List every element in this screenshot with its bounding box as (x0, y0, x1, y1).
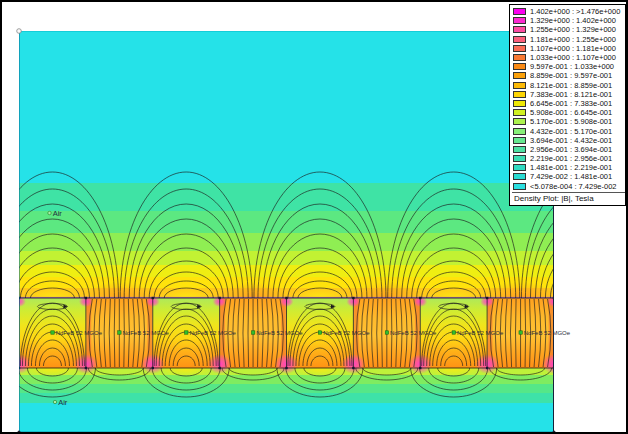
legend-swatch (513, 54, 526, 61)
legend-range-label: 2.219e-001 : 2.956e-001 (530, 154, 612, 163)
legend-range-label: 7.383e-001 : 8.121e-001 (530, 90, 612, 99)
node-marker (85, 367, 87, 369)
legend-range-label: 1.481e-001 : 2.219e-001 (530, 163, 612, 172)
legend-entry: 7.429e-002 : 1.481e-001 (512, 172, 625, 181)
block-label-marker (51, 331, 54, 334)
legend-entry: 1.329e+000 : 1.402e+000 (512, 16, 625, 25)
density-legend: 1.402e+000 : >1.476e+0001.329e+000 : 1.4… (509, 4, 626, 206)
magnet-material-label: NdFeB 52 MGOe (56, 330, 103, 336)
legend-entry: 1.181e+000 : 1.255e+000 (512, 35, 625, 44)
legend-swatch (513, 146, 526, 153)
legend-entry: 7.383e-001 : 8.121e-001 (512, 90, 625, 99)
node-marker (18, 431, 21, 434)
node-marker (419, 367, 421, 369)
legend-range-label: 5.908e-001 : 6.645e-001 (530, 108, 612, 117)
legend-swatch (513, 17, 526, 24)
air-region-label: Air (53, 209, 63, 218)
legend-entry: 5.170e-001 : 5.908e-001 (512, 117, 625, 126)
node-marker (553, 431, 556, 434)
node-marker (17, 29, 22, 34)
node-marker (85, 297, 87, 299)
node-marker (218, 297, 220, 299)
legend-entry: 3.694e-001 : 4.432e-001 (512, 136, 625, 145)
legend-range-label: 1.255e+000 : 1.329e+000 (530, 25, 616, 34)
legend-swatch (513, 36, 526, 43)
legend-swatch (513, 45, 526, 52)
legend-swatch (513, 173, 526, 180)
node-marker (285, 367, 287, 369)
legend-range-label: 7.429e-002 : 1.481e-001 (530, 172, 612, 181)
legend-range-label: 5.170e-001 : 5.908e-001 (530, 117, 612, 126)
legend-range-label: 2.956e-001 : 3.694e-001 (530, 145, 612, 154)
legend-swatch (513, 128, 526, 135)
legend-entry: 8.859e-001 : 9.597e-001 (512, 71, 625, 80)
magnet-material-label: NdFeB 52 MGOe (189, 330, 236, 336)
legend-entry: 6.645e-001 : 7.383e-001 (512, 99, 625, 108)
legend-entry: 5.908e-001 : 6.645e-001 (512, 108, 625, 117)
legend-swatch (513, 91, 526, 98)
magnet-material-label: NdFeB 52 MGOe (256, 330, 303, 336)
legend-swatch (513, 155, 526, 162)
magnet-material-label: NdFeB 52 MGOe (457, 330, 504, 336)
legend-swatch (513, 164, 526, 171)
air-region-label: Air (58, 398, 68, 407)
magnet-material-label: NdFeB 52 MGOe (323, 330, 370, 336)
legend-entry: 1.033e+000 : 1.107e+000 (512, 53, 625, 62)
field-plot-canvas: AirAirNdFeB 52 MGOeNdFeB 52 MGOeNdFeB 52… (19, 31, 554, 432)
block-label-marker (185, 331, 188, 334)
legend-swatch (513, 109, 526, 116)
legend-range-label: 1.107e+000 : 1.181e+000 (530, 44, 616, 53)
legend-swatch (513, 137, 526, 144)
magnet-material-label: NdFeB 52 MGOe (524, 330, 571, 336)
legend-range-label: <5.078e-004 : 7.429e-002 (530, 182, 617, 191)
femm-density-plot-window: AirAirNdFeB 52 MGOeNdFeB 52 MGOeNdFeB 52… (0, 0, 628, 434)
legend-entry: 1.255e+000 : 1.329e+000 (512, 25, 625, 34)
legend-entry: 1.107e+000 : 1.181e+000 (512, 44, 625, 53)
node-marker (486, 297, 488, 299)
legend-swatch (513, 63, 526, 70)
node-marker (419, 297, 421, 299)
legend-range-label: 3.694e-001 : 4.432e-001 (530, 136, 612, 145)
node-marker (352, 367, 354, 369)
legend-range-label: 4.432e-001 : 5.170e-001 (530, 127, 612, 136)
legend-range-label: 1.033e+000 : 1.107e+000 (530, 53, 616, 62)
legend-entry: 9.597e-001 : 1.033e+000 (512, 62, 625, 71)
legend-range-label: 8.859e-001 : 9.597e-001 (530, 71, 612, 80)
legend-swatch (513, 118, 526, 125)
legend-swatch (513, 26, 526, 33)
legend-entry: 2.219e-001 : 2.956e-001 (512, 154, 625, 163)
magnet-material-label: NdFeB 52 MGOe (123, 330, 170, 336)
node-marker (285, 297, 287, 299)
legend-rows: 1.402e+000 : >1.476e+0001.329e+000 : 1.4… (512, 7, 625, 191)
legend-range-label: 6.645e-001 : 7.383e-001 (530, 99, 612, 108)
legend-title: Density Plot: |B|, Tesla (512, 192, 625, 206)
node-marker (152, 367, 154, 369)
block-label-marker (118, 331, 121, 334)
legend-entry: 1.402e+000 : >1.476e+000 (512, 7, 625, 16)
legend-swatch (513, 183, 526, 190)
magnet-material-label: NdFeB 52 MGOe (390, 330, 437, 336)
block-label-marker (385, 331, 388, 334)
node-marker (486, 367, 488, 369)
node-marker (352, 297, 354, 299)
block-label-marker (519, 331, 522, 334)
legend-swatch (513, 100, 526, 107)
legend-swatch (513, 72, 526, 79)
legend-range-label: 1.402e+000 : >1.476e+000 (530, 7, 620, 16)
block-label-marker (48, 211, 51, 214)
legend-entry: 1.481e-001 : 2.219e-001 (512, 163, 625, 172)
block-label-marker (53, 400, 56, 403)
legend-entry: 8.121e-001 : 8.859e-001 (512, 81, 625, 90)
legend-swatch (513, 8, 526, 15)
node-marker (152, 297, 154, 299)
legend-swatch (513, 82, 526, 89)
legend-entry: 2.956e-001 : 3.694e-001 (512, 145, 625, 154)
legend-range-label: 1.181e+000 : 1.255e+000 (530, 35, 616, 44)
block-label-marker (318, 331, 321, 334)
legend-range-label: 8.121e-001 : 8.859e-001 (530, 81, 612, 90)
legend-range-label: 1.329e+000 : 1.402e+000 (530, 16, 616, 25)
legend-entry: <5.078e-004 : 7.429e-002 (512, 182, 625, 191)
block-label-marker (251, 331, 254, 334)
block-label-marker (452, 331, 455, 334)
node-marker (218, 367, 220, 369)
